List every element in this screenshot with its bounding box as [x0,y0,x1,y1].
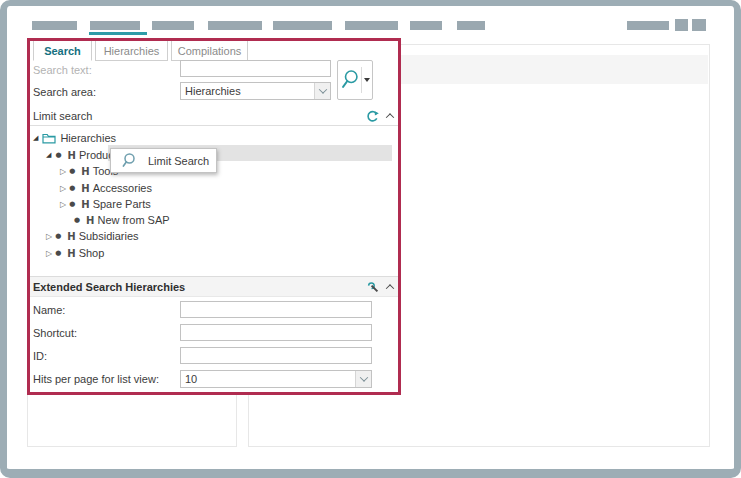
collapsed-triangle-icon[interactable]: ▷ [60,184,66,193]
tree-item-label: Subsidiaries [79,230,139,242]
collapse-section-chevron-icon[interactable] [386,113,394,121]
tree-item-label: Spare Parts [93,198,151,210]
redacted-menu-item[interactable] [345,21,398,30]
search-icon [120,152,137,169]
hits-per-page-label: Hits per page for list view: [33,373,159,385]
bullet-icon: ● [55,232,61,240]
bullet-icon: ● [69,167,75,175]
tab-hierarchies[interactable]: Hierarchies [95,40,168,61]
collapse-section-chevron-icon[interactable] [386,284,394,292]
bullet-icon: ● [55,151,61,159]
button-divider [361,67,362,93]
id-label: ID: [33,350,47,362]
name-field[interactable] [180,301,372,318]
refresh-icon[interactable] [366,110,379,123]
limit-search-title: Limit search [33,110,92,122]
hierarchy-icon: H [81,183,89,194]
redacted-menu-item[interactable] [208,21,262,30]
search-icon [339,66,360,94]
hierarchy-icon: H [67,231,75,242]
redacted-menu-item[interactable] [32,21,77,30]
bullet-icon: ● [55,249,61,257]
tree-item-label: New from SAP [97,214,169,226]
hierarchy-icon: H [86,215,94,226]
tooltip-label: Limit Search [148,155,209,167]
limit-search-tooltip[interactable]: Limit Search [110,148,217,173]
search-options-caret-icon[interactable] [364,78,370,82]
tree-item-new-from-sap[interactable]: ● H New from SAP [74,212,170,228]
tree-item-shop[interactable]: ▷ ● H Shop [46,245,104,261]
search-text-label: Search text: [33,64,92,76]
extended-search-title: Extended Search Hierarchies [33,281,185,293]
search-area-arrow-button[interactable] [314,83,330,99]
collapsed-triangle-icon[interactable]: ▷ [60,200,66,209]
tab-compilations[interactable]: Compilations [171,40,248,61]
search-area-value: Hierarchies [181,85,314,97]
redacted-toolbar-button[interactable] [692,19,706,31]
extended-search-header: Extended Search Hierarchies [29,276,399,297]
redacted-menu-item[interactable] [410,21,442,30]
search-text-input[interactable] [180,60,331,77]
wrench-icon[interactable] [367,281,379,293]
shortcut-label: Shortcut: [33,327,77,339]
chevron-down-icon [359,373,367,381]
collapsed-triangle-icon[interactable]: ▷ [46,232,52,241]
hierarchy-icon: H [67,248,75,259]
name-label: Name: [33,304,65,316]
search-button[interactable] [337,60,373,100]
tab-compilations-label: Compilations [178,45,242,57]
tree-item-accessories[interactable]: ▷ ● H Accessories [60,180,152,196]
bullet-icon: ● [74,216,80,224]
collapsed-triangle-icon[interactable]: ▷ [60,167,66,176]
redacted-menu-item[interactable] [152,21,194,30]
hierarchy-icon: H [81,166,89,177]
collapsed-triangle-icon[interactable]: ▷ [46,249,52,258]
limit-search-header: Limit search [29,108,399,124]
tree-item-spare-parts[interactable]: ▷ ● H Spare Parts [60,196,151,212]
tree-item-label: Hierarchies [60,132,116,144]
redacted-menu-item[interactable] [273,21,332,30]
section-separator [29,125,399,126]
redacted-menu-item[interactable] [457,21,485,30]
active-menu-underline [89,32,147,35]
search-area-label: Search area: [33,86,96,98]
tree-item-label: Shop [79,247,105,259]
tree-item-label: Accessories [93,182,152,194]
folder-icon [42,132,56,144]
tree-item-hierarchies[interactable]: ◢ Hierarchies [33,130,116,146]
expand-triangle-icon[interactable]: ◢ [46,151,51,159]
redacted-toolbar-button[interactable] [675,19,688,31]
tab-search-label: Search [44,45,81,57]
hits-per-page-select[interactable]: 10 [180,370,372,388]
expand-triangle-icon[interactable]: ◢ [33,134,38,142]
bullet-icon: ● [69,184,75,192]
redacted-menu-item[interactable] [627,21,669,30]
search-area-select[interactable]: Hierarchies [180,82,331,100]
hierarchy-icon: H [81,199,89,210]
hits-per-page-arrow-button[interactable] [355,371,371,387]
hierarchy-icon: H [68,150,76,161]
id-field[interactable] [180,347,372,364]
shortcut-field[interactable] [180,324,372,341]
redacted-menu-item-active[interactable] [90,21,140,30]
bullet-icon: ● [69,200,75,208]
tab-search[interactable]: Search [33,40,92,61]
chevron-down-icon [318,85,326,93]
search-panel: Search Hierarchies Compilations Search t… [29,40,399,393]
tree-item-subsidiaries[interactable]: ▷ ● H Subsidiaries [46,228,139,244]
hits-per-page-value: 10 [181,373,355,385]
application-window: Search Hierarchies Compilations Search t… [0,0,741,478]
tab-hierarchies-label: Hierarchies [104,45,160,57]
